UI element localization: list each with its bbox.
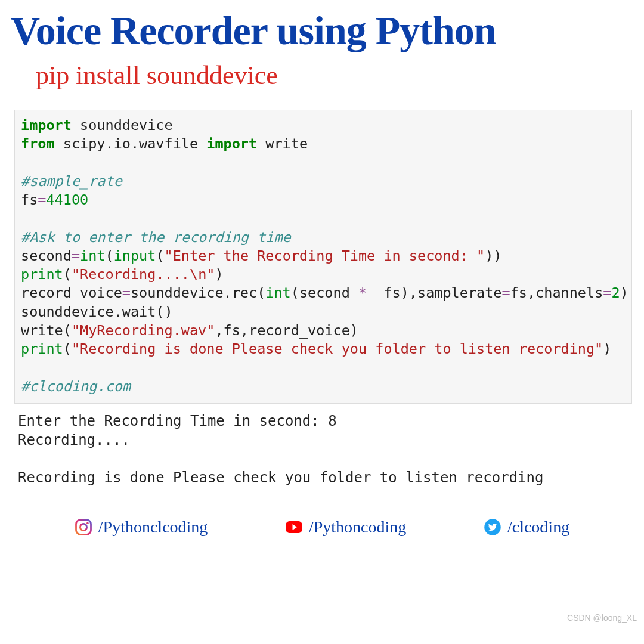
builtin-input: input	[114, 247, 156, 264]
code-text: write	[257, 135, 308, 152]
builtin-print: print	[21, 340, 63, 357]
social-handle: /Pythonclcoding	[98, 518, 208, 537]
operator: =	[38, 191, 46, 208]
social-bar: /Pythonclcoding /Pythoncoding /clcoding	[0, 488, 644, 537]
twitter-icon	[484, 518, 501, 536]
instagram-icon	[75, 518, 92, 536]
string-literal: "Enter the Recording Time in second: "	[165, 247, 485, 264]
code-text: fs	[21, 191, 38, 208]
keyword-import: import	[21, 117, 72, 134]
code-text: second	[299, 284, 350, 301]
social-instagram[interactable]: /Pythonclcoding	[75, 518, 208, 537]
code-text: sounddevice.rec(	[131, 284, 265, 301]
comment: #sample_rate	[21, 173, 122, 190]
keyword-from: from	[21, 135, 55, 152]
number-literal: 2	[611, 284, 620, 301]
builtin-print: print	[21, 266, 63, 283]
social-handle: /clcoding	[507, 518, 569, 537]
operator: =	[72, 247, 80, 264]
output-block: Enter the Recording Time in second: 8 Re…	[18, 412, 632, 488]
svg-rect-0	[76, 520, 91, 535]
number-literal: 44100	[46, 191, 88, 208]
operator: =	[502, 284, 510, 301]
social-handle: /Pythoncoding	[309, 518, 406, 537]
operator: =	[122, 284, 131, 301]
youtube-icon	[285, 518, 303, 536]
string-literal: "MyRecording.wav"	[72, 322, 215, 339]
svg-point-2	[86, 522, 89, 525]
code-block: import sounddevice from scipy.io.wavfile…	[14, 110, 632, 404]
social-youtube[interactable]: /Pythoncoding	[285, 518, 406, 537]
watermark: CSDN @loong_XL	[567, 613, 637, 623]
page-title: Voice Recorder using Python	[0, 0, 644, 54]
svg-point-1	[80, 524, 86, 531]
code-text: sounddevice	[72, 117, 173, 134]
string-literal: "Recording is done Please check you fold…	[72, 340, 603, 357]
comment: #Ask to enter the recording time	[21, 229, 291, 246]
keyword-import: import	[206, 135, 257, 152]
operator: =	[603, 284, 611, 301]
code-text: record_voice	[21, 284, 122, 301]
code-text: sounddevice.wait()	[21, 304, 173, 320]
code-text: scipy.io.wavfile	[55, 135, 207, 152]
pip-command: pip install sounddevice	[0, 54, 644, 101]
builtin-int: int	[80, 247, 105, 264]
code-text: second	[21, 247, 72, 264]
code-text: write(	[21, 322, 72, 339]
code-text: fs),samplerate	[375, 284, 501, 301]
social-twitter[interactable]: /clcoding	[484, 518, 569, 537]
operator: *	[350, 284, 375, 301]
string-literal: "Recording....\n"	[72, 266, 215, 283]
code-text: fs,channels	[510, 284, 603, 301]
code-text: ,fs,record_voice)	[215, 322, 358, 339]
comment: #clcoding.com	[21, 378, 131, 395]
builtin-int: int	[265, 284, 290, 301]
